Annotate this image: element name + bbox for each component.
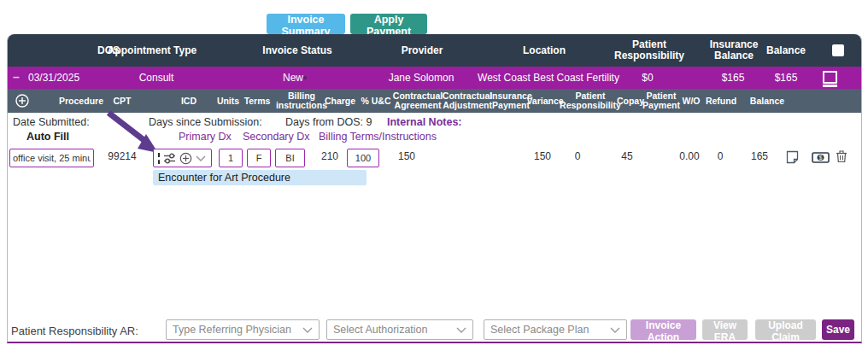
invoice-balance: $165 (775, 67, 798, 89)
uc-percent-input[interactable] (347, 149, 379, 167)
invoice-action-button[interactable]: Invoice Action (630, 319, 696, 340)
billing-terms-link[interactable]: Billing Terms/Instructions (319, 131, 437, 143)
invoice-dos: 03/31/2025 (28, 67, 79, 89)
status-dot-icon (303, 76, 307, 79)
variance-value: 150 (534, 150, 551, 162)
referring-physician-placeholder: Type Referring Physician (173, 324, 291, 336)
icd-dropdown-chevron-icon[interactable] (196, 155, 206, 161)
line-payment-icon[interactable]: $ (812, 152, 830, 163)
icd-control[interactable] (153, 149, 212, 167)
col-cpt: CPT (105, 89, 139, 113)
patient-responsibility-value: 0 (575, 150, 581, 162)
svg-text:$: $ (819, 155, 823, 161)
chevron-down-icon (302, 327, 313, 333)
procedure-input[interactable] (9, 149, 94, 167)
wo-value: 0.00 (679, 150, 699, 162)
icd-tooltip: Encounter for Art Procedure (153, 170, 367, 185)
col-procedure: Procedure (51, 89, 111, 113)
line-note-icon[interactable] (786, 150, 799, 164)
header-invoice-status: Invoice Status (255, 34, 340, 67)
view-era-button[interactable]: View ERA (702, 319, 748, 340)
header-appointment-type: Appointment Type (97, 34, 208, 67)
upload-claim-button[interactable]: Upload Claim (755, 319, 816, 340)
save-button[interactable]: Save (822, 319, 854, 340)
days-from-dos-label: Days from DOS: 9 (285, 116, 372, 128)
line-balance-value: 165 (751, 150, 768, 162)
refund-value: 0 (718, 150, 724, 162)
package-plan-placeholder: Select Package Plan (490, 324, 589, 336)
add-line-item-icon[interactable] (15, 93, 30, 108)
chevron-down-icon (456, 327, 466, 333)
invoice-appointment-type: Consult (139, 67, 174, 89)
units-input[interactable] (219, 149, 243, 167)
secondary-dx-link[interactable]: Secondary Dx (243, 131, 310, 143)
icd-options-icon[interactable] (163, 153, 176, 164)
col-terms: Terms (238, 89, 276, 113)
chevron-down-icon (610, 327, 620, 333)
invoice-status: New (283, 67, 303, 89)
cpt-value: 99214 (108, 150, 136, 162)
authorization-placeholder: Select Authorization (333, 324, 428, 336)
invoice-summary-button[interactable]: Invoice Summary (267, 14, 345, 34)
primary-dx-link[interactable]: Primary Dx (179, 131, 232, 143)
delete-line-icon[interactable] (836, 149, 847, 163)
header-insurance-balance: Insurance Balance (703, 34, 765, 67)
package-plan-select[interactable]: Select Package Plan (484, 319, 627, 340)
header-location: Location (506, 34, 583, 67)
referring-physician-select[interactable]: Type Referring Physician (166, 319, 320, 340)
col-contractual-agreement: Contractual Agreement (390, 89, 445, 113)
patient-responsibility-ar-label: Patient Responsibility AR: (11, 325, 138, 337)
drag-handle-icon[interactable] (158, 153, 160, 164)
col-icd: ICD (172, 89, 206, 113)
header-balance: Balance (760, 34, 812, 67)
invoice-patient-responsibility: $0 (642, 67, 653, 89)
internal-notes-label: Internal Notes: (387, 116, 462, 128)
header-patient-responsibility: Patient Responsibility (608, 34, 690, 67)
invoice-location: West Coast Best Coast Fertility (478, 67, 619, 89)
invoice-header-row: DOS Appointment Type Invoice Status Prov… (8, 34, 861, 67)
header-provider: Provider (388, 34, 456, 67)
invoice-provider: Jane Solomon (389, 67, 455, 89)
invoice-panel: DOS Appointment Type Invoice Status Prov… (7, 34, 862, 343)
invoice-insurance-balance: $165 (722, 67, 745, 89)
auto-fill-link[interactable]: Auto Fill (26, 131, 69, 143)
billing-instructions-input[interactable] (275, 149, 305, 167)
collapse-row-icon[interactable]: – (13, 67, 20, 89)
invoice-row[interactable]: – 03/31/2025 Consult New Jane Solomon We… (8, 67, 861, 89)
invoice-screen: Invoice Summary Apply Payment DOS Appoin… (0, 0, 868, 357)
date-submitted-label: Date Submitted: (13, 116, 90, 128)
line-item-columns-row: Procedure CPT ICD Units Terms Billing in… (8, 89, 861, 113)
days-since-submission-label: Days since Submission: (149, 116, 262, 128)
col-refund: Refund (701, 89, 741, 113)
contractual-agreement-value: 150 (398, 150, 415, 162)
charge-value: 210 (321, 150, 338, 162)
copay-value: 45 (621, 150, 632, 162)
select-all-checkbox[interactable] (832, 44, 844, 56)
add-icd-icon[interactable] (179, 152, 192, 165)
invoice-note-icon[interactable] (823, 71, 837, 84)
authorization-select[interactable]: Select Authorization (326, 319, 473, 340)
apply-payment-button[interactable]: Apply Payment (350, 14, 427, 34)
terms-input[interactable] (247, 149, 271, 167)
col-balance: Balance (744, 89, 790, 113)
